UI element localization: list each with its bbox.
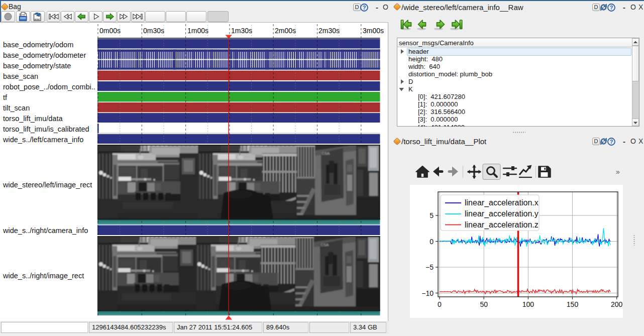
- svg-text:5: 5: [430, 211, 434, 219]
- svg-text:−10: −10: [421, 289, 434, 297]
- svg-text:?: ?: [610, 5, 613, 11]
- svg-text:linear_acceleration.y: linear_acceleration.y: [465, 209, 539, 218]
- svg-text:linear_acceleration.x: linear_acceleration.x: [465, 198, 539, 207]
- svg-text:CSA: CSA: [321, 151, 330, 156]
- svg-text:100: 100: [522, 300, 534, 308]
- svg-text:−5: −5: [425, 263, 434, 271]
- svg-text:50: 50: [480, 300, 488, 308]
- svg-text:linear_acceleration.z: linear_acceleration.z: [465, 220, 539, 230]
- svg-text:150: 150: [567, 300, 579, 308]
- svg-text:200: 200: [611, 300, 623, 308]
- svg-text:0: 0: [438, 300, 442, 308]
- svg-text:0: 0: [430, 238, 434, 246]
- svg-text:?: ?: [610, 139, 613, 145]
